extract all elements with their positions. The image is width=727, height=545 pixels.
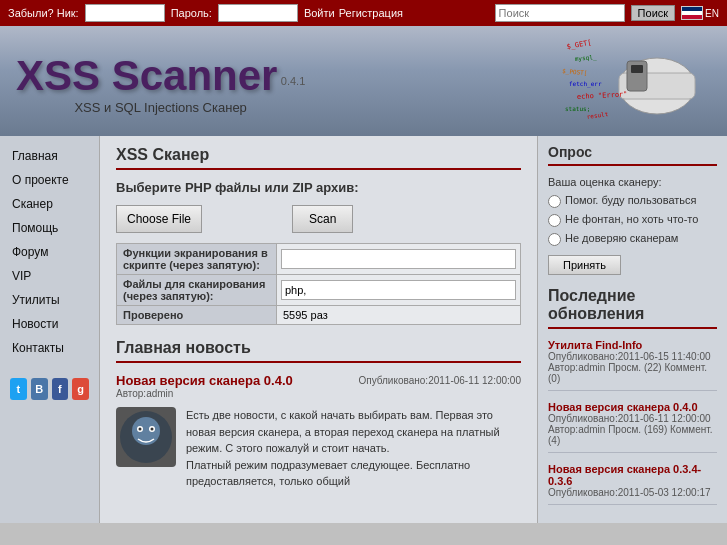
sidebar-item-home[interactable]: Главная (0, 144, 99, 168)
update-item-1-meta: Автор:admin Просм. (22) Коммент. (0) (548, 362, 717, 384)
password-input[interactable] (218, 4, 298, 22)
upload-label: Выберите PHP файлы или ZIP архив: (116, 180, 521, 195)
news-avatar (116, 407, 176, 467)
news-body: Есть две новости, с какой начать выбират… (186, 407, 521, 490)
logo-subtitle: XSS и SQL Injections Сканер (16, 100, 305, 115)
scanner-form-table: Функции экранирования в скрипте (через з… (116, 243, 521, 325)
sidebar-item-forum[interactable]: Форум (0, 240, 99, 264)
update-item-3: Новая версия сканера 0.3.4-0.3.6 Опублик… (548, 463, 717, 505)
main-layout: Главная О проекте Сканер Помощь Форум VI… (0, 136, 727, 523)
sidebar-item-news[interactable]: Новости (0, 312, 99, 336)
scanner-svg: $_GET[ mysql_ $_POST[ fetch_err echo "Er… (557, 31, 717, 131)
svg-text:status;: status; (565, 105, 590, 112)
svg-point-12 (132, 417, 160, 445)
logo-area: XSS Scanner 0.4.1 XSS и SQL Injections С… (16, 52, 305, 115)
poll-option-3: Не доверяю сканерам (548, 232, 717, 246)
update-item-1: Утилита Find-Info Опубликовано:2011-06-1… (548, 339, 717, 391)
update-item-1-title[interactable]: Утилита Find-Info (548, 339, 717, 351)
poll-option-2: Не фонтан, но хоть что-то (548, 213, 717, 227)
news-author: Автор:admin (116, 388, 521, 399)
poll-radio-1[interactable] (548, 195, 561, 208)
news-section: Главная новость Новая версия сканера 0.4… (116, 339, 521, 490)
poll-radio-3[interactable] (548, 233, 561, 246)
news-item-title[interactable]: Новая версия сканера 0.4.0 (116, 373, 293, 388)
update-item-2: Новая версия сканера 0.4.0 Опубликовано:… (548, 401, 717, 453)
field-label-1: Функции экранирования в скрипте (через з… (117, 244, 277, 275)
login-button[interactable]: Войти (304, 7, 335, 19)
register-button[interactable]: Регистрация (339, 7, 403, 19)
svg-text:echo "Error": echo "Error" (577, 90, 628, 101)
updates-section-title: Последние обновления (548, 287, 717, 329)
field-value-1 (277, 244, 521, 275)
table-row: Функции экранирования в скрипте (через з… (117, 244, 521, 275)
language-selector[interactable]: EN (681, 6, 719, 20)
facebook-icon[interactable]: f (52, 378, 69, 400)
poll-section: Опрос Ваша оценка сканеру: Помог. буду п… (548, 144, 717, 275)
logo-title: XSS Scanner 0.4.1 (16, 52, 305, 100)
googleplus-icon[interactable]: g (72, 378, 89, 400)
password-label: Пароль: (171, 7, 212, 19)
svg-text:$_GET[: $_GET[ (566, 39, 592, 51)
forgot-label: Забыли? Ник: (8, 7, 79, 19)
nick-input[interactable] (85, 4, 165, 22)
sidebar: Главная О проекте Сканер Помощь Форум VI… (0, 136, 100, 523)
news-section-title: Главная новость (116, 339, 521, 363)
poll-option-1: Помог. буду пользоваться (548, 194, 717, 208)
top-bar-buttons: Войти Регистрация (304, 7, 403, 19)
news-text-area: Есть две новости, с какой начать выбират… (186, 407, 521, 490)
flag-icon (681, 6, 703, 20)
update-item-3-title[interactable]: Новая версия сканера 0.3.4-0.3.6 (548, 463, 717, 487)
lang-label: EN (705, 8, 719, 19)
poll-option-2-label: Не фонтан, но хоть что-то (565, 213, 698, 225)
top-bar: Забыли? Ник: Пароль: Войти Регистрация П… (0, 0, 727, 26)
poll-submit-button[interactable]: Принять (548, 255, 621, 275)
field-label-2: Файлы для сканирования (через запятую): (117, 275, 277, 306)
sidebar-item-utils[interactable]: Утилиты (0, 288, 99, 312)
logo-version: 0.4.1 (281, 75, 305, 87)
poll-question: Ваша оценка сканеру: (548, 176, 717, 188)
update-item-2-meta: Автор:admin Просм. (169) Коммент. (4) (548, 424, 717, 446)
svg-text:$_POST[: $_POST[ (562, 67, 588, 77)
update-item-2-title[interactable]: Новая версия сканера 0.4.0 (548, 401, 717, 413)
update-item-2-date: Опубликовано:2011-06-11 12:00:00 (548, 413, 717, 424)
news-item: Есть две новости, с какой начать выбират… (116, 407, 521, 490)
twitter-icon[interactable]: t (10, 378, 27, 400)
table-row: Файлы для сканирования (через запятую): (117, 275, 521, 306)
sidebar-item-contacts[interactable]: Контакты (0, 336, 99, 360)
vk-icon[interactable]: В (31, 378, 48, 400)
svg-text:fetch_err: fetch_err (569, 80, 602, 88)
file-scan-row: Choose File Scan (116, 205, 521, 233)
table-row-checked: Проверено 5595 раз (117, 306, 521, 325)
search-input[interactable] (495, 4, 625, 22)
search-button[interactable]: Поиск (631, 5, 675, 21)
content-main: XSS Сканер Выберите PHP файлы или ZIP ар… (100, 136, 537, 523)
news-header: Новая версия сканера 0.4.0 Опубликовано:… (116, 373, 521, 388)
svg-point-15 (139, 428, 142, 431)
sidebar-item-help[interactable]: Помощь (0, 216, 99, 240)
scanner-image: $_GET[ mysql_ $_POST[ fetch_err echo "Er… (557, 31, 717, 134)
choose-file-button[interactable]: Choose File (116, 205, 202, 233)
poll-option-3-label: Не доверяю сканерам (565, 232, 678, 244)
poll-section-title: Опрос (548, 144, 717, 166)
avatar-svg (118, 409, 174, 465)
update-item-1-date: Опубликовано:2011-06-15 11:40:00 (548, 351, 717, 362)
updates-section: Последние обновления Утилита Find-Info О… (548, 287, 717, 505)
sidebar-social: t В f g (0, 370, 99, 408)
poll-option-1-label: Помог. буду пользоваться (565, 194, 697, 206)
top-bar-left: Забыли? Ник: Пароль: Войти Регистрация (8, 4, 403, 22)
escaping-functions-input[interactable] (281, 249, 516, 269)
field-value-2 (277, 275, 521, 306)
sidebar-item-vip[interactable]: VIP (0, 264, 99, 288)
scan-button[interactable]: Scan (292, 205, 353, 233)
sidebar-item-scanner[interactable]: Сканер (0, 192, 99, 216)
scanner-section-title: XSS Сканер (116, 146, 521, 170)
update-item-3-date: Опубликовано:2011-05-03 12:00:17 (548, 487, 717, 498)
svg-rect-3 (631, 65, 643, 73)
poll-radio-2[interactable] (548, 214, 561, 227)
svg-point-16 (151, 428, 154, 431)
scan-files-input[interactable] (281, 280, 516, 300)
sidebar-item-about[interactable]: О проекте (0, 168, 99, 192)
right-sidebar: Опрос Ваша оценка сканеру: Помог. буду п… (537, 136, 727, 523)
news-date: Опубликовано:2011-06-11 12:00:00 (358, 375, 521, 386)
checked-label: Проверено (117, 306, 277, 325)
